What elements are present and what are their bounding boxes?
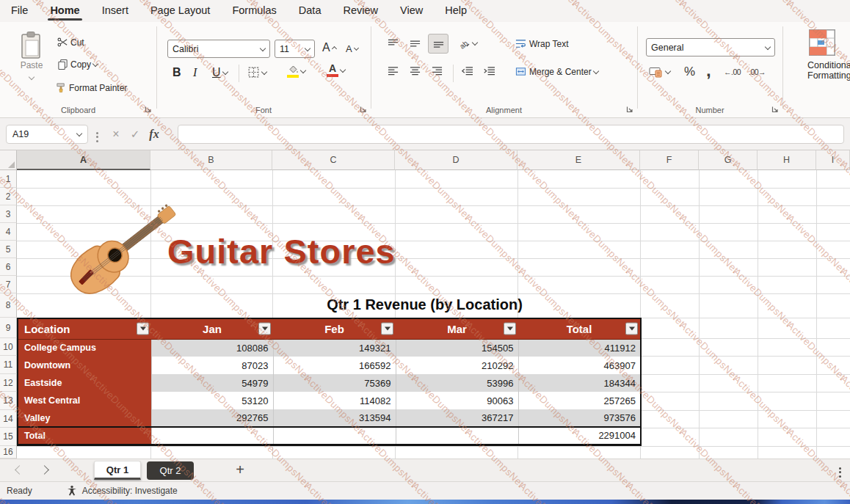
cut-button[interactable]: Cut [57, 37, 84, 48]
number-format-combo[interactable]: General [646, 38, 775, 56]
cell-feb[interactable]: 313594 [273, 409, 396, 427]
name-box[interactable]: A19 [6, 125, 88, 144]
cancel-button[interactable]: × [107, 125, 125, 144]
row-header-7[interactable]: 7 [0, 276, 17, 293]
fill-color-dropdown-chevron[interactable] [300, 67, 306, 73]
row-header-11[interactable]: 11 [0, 356, 17, 374]
filter-button-feb[interactable] [381, 323, 393, 335]
sheet-tab-qtr2[interactable]: Qtr 2 [147, 461, 194, 480]
cell-total-mar[interactable] [396, 427, 518, 445]
align-bottom-button[interactable] [428, 34, 448, 54]
percent-style-button[interactable]: % [684, 65, 695, 79]
font-color-dropdown-chevron[interactable] [340, 67, 346, 73]
cell-jan[interactable]: 53120 [151, 392, 273, 409]
table-row[interactable]: College Campus 108086 149321 154505 4119… [18, 339, 641, 357]
row-header-1[interactable]: 1 [0, 170, 17, 188]
formula-input[interactable] [178, 125, 844, 144]
cell-mar[interactable]: 367217 [396, 409, 518, 427]
column-header-A[interactable]: A [17, 150, 150, 170]
accessibility-status[interactable]: Accessibility: Investigate [82, 486, 178, 496]
font-size-combo[interactable]: 11 [275, 40, 315, 58]
cell-feb[interactable]: 166592 [273, 357, 396, 374]
row-header-3[interactable]: 3 [0, 205, 17, 223]
select-all-corner[interactable] [0, 150, 17, 170]
cell-total-feb[interactable] [273, 427, 396, 445]
decrease-indent-button[interactable] [460, 66, 474, 77]
cell-jan[interactable]: 54979 [151, 374, 273, 392]
comma-style-button[interactable]: , [706, 60, 711, 81]
merge-center-button[interactable]: Merge & Center [515, 66, 598, 77]
cell-total[interactable]: 184344 [518, 374, 641, 392]
font-name-combo[interactable]: Calibri [167, 40, 270, 58]
tab-file[interactable]: File [0, 1, 39, 21]
cell-total[interactable]: 973576 [518, 409, 641, 427]
align-center-button[interactable] [409, 66, 421, 77]
alignment-dialog-launcher[interactable] [625, 105, 634, 114]
paste-dropdown-chevron[interactable] [29, 74, 34, 80]
cell-jan[interactable]: 108086 [151, 339, 273, 357]
row-header-10[interactable]: 10 [0, 338, 17, 356]
fill-color-button[interactable] [287, 65, 305, 78]
prev-sheet-arrow-icon[interactable] [15, 465, 24, 475]
column-header-I[interactable]: I [816, 150, 850, 170]
conditional-formatting-button[interactable] [809, 29, 835, 56]
column-header-G[interactable]: G [699, 150, 758, 170]
column-header-C[interactable]: C [272, 150, 395, 170]
copy-dropdown-chevron[interactable] [92, 60, 98, 66]
row-header-5[interactable]: 5 [0, 241, 17, 258]
row-header-2[interactable]: 2 [0, 188, 17, 205]
tab-data[interactable]: Data [288, 1, 333, 21]
new-sheet-button[interactable]: + [230, 460, 250, 479]
column-header-F[interactable]: F [640, 150, 699, 170]
row-header-16[interactable]: 16 [0, 446, 17, 459]
cell-location[interactable]: College Campus [18, 339, 151, 357]
insert-function-button[interactable]: fx [145, 125, 163, 144]
cell-mar[interactable]: 154505 [396, 339, 518, 357]
enter-button[interactable]: ✓ [126, 125, 144, 144]
filter-button-location[interactable] [137, 323, 149, 335]
grow-font-button[interactable]: A [322, 41, 336, 54]
row-header-15[interactable]: 15 [0, 428, 17, 446]
font-color-button[interactable]: A [327, 64, 345, 77]
italic-button[interactable]: I [193, 66, 197, 79]
font-dialog-launcher[interactable] [359, 105, 368, 114]
cell-total-jan[interactable] [151, 427, 273, 445]
sheet-tab-qtr1[interactable]: Qtr 1 [94, 461, 141, 480]
table-row[interactable]: Downtown 87023 166592 210292 463907 [18, 357, 641, 374]
tab-home[interactable]: Home [39, 1, 90, 21]
cell-total[interactable]: 411912 [518, 339, 641, 357]
column-header-E[interactable]: E [517, 150, 640, 170]
wrap-text-button[interactable]: Wrap Text [515, 38, 569, 49]
increase-indent-button[interactable] [482, 66, 496, 77]
align-left-button[interactable] [387, 66, 399, 77]
cell-total[interactable]: 257265 [518, 392, 641, 409]
row-header-4[interactable]: 4 [0, 223, 17, 241]
bold-button[interactable]: B [172, 66, 181, 79]
table-total-row[interactable]: Total 2291004 [18, 427, 641, 445]
tab-view[interactable]: View [389, 1, 434, 21]
borders-dropdown-chevron[interactable] [261, 68, 267, 74]
underline-dropdown-chevron[interactable] [222, 69, 228, 75]
row-header-14[interactable]: 14 [0, 410, 17, 428]
orientation-button[interactable]: ab [457, 37, 477, 50]
row-header-6[interactable]: 6 [0, 258, 17, 276]
cell-total[interactable]: 463907 [518, 357, 641, 374]
tab-insert[interactable]: Insert [91, 1, 139, 21]
borders-button[interactable] [247, 66, 266, 78]
column-header-D[interactable]: D [395, 150, 517, 170]
cell-location[interactable]: West Central [18, 392, 151, 409]
increase-decimal-button[interactable]: ←.00 [724, 67, 741, 76]
clipboard-dialog-launcher[interactable] [144, 105, 153, 114]
row-header-13[interactable]: 13 [0, 392, 17, 410]
copy-button[interactable]: Copy [57, 59, 98, 70]
cell-jan[interactable]: 87023 [151, 357, 273, 374]
cell-grand-total[interactable]: 2291004 [518, 427, 641, 445]
tab-review[interactable]: Review [332, 1, 389, 21]
cell-feb[interactable]: 149321 [273, 339, 396, 357]
cell-mar[interactable]: 90063 [396, 392, 518, 409]
table-row[interactable]: West Central 53120 114082 90063 257265 [18, 392, 641, 409]
accounting-format-button[interactable] [649, 66, 670, 78]
merge-center-dropdown-chevron[interactable] [592, 67, 598, 73]
column-header-B[interactable]: B [150, 150, 272, 170]
align-middle-button[interactable] [409, 38, 421, 49]
